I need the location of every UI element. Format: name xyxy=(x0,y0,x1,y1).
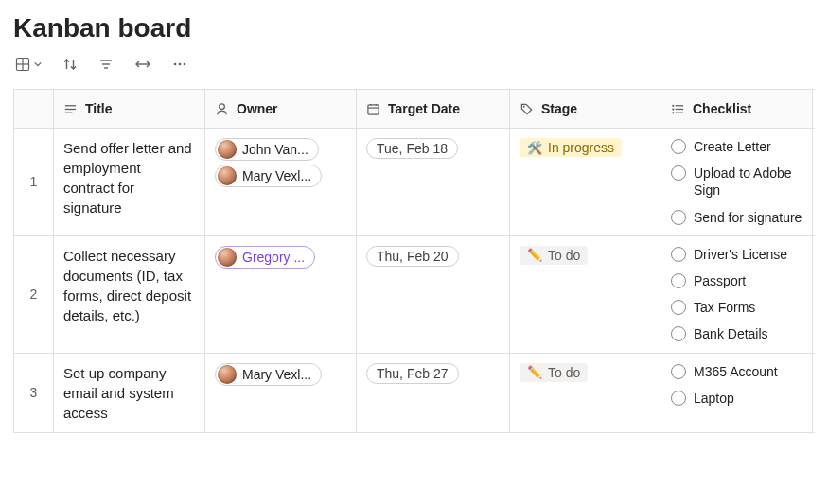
owner-name: Mary Vexl... xyxy=(242,168,311,183)
cell-title[interactable]: Set up company email and system access xyxy=(54,354,205,432)
svg-point-9 xyxy=(174,63,177,66)
filter-button[interactable] xyxy=(98,57,114,72)
checklist-item-label: Tax Forms xyxy=(694,299,755,316)
cell-title[interactable]: Collect necessary documents (ID, tax for… xyxy=(54,236,205,353)
cell-target-date[interactable]: Thu, Feb 20 xyxy=(357,236,510,353)
checklist-item[interactable]: Laptop xyxy=(671,390,802,407)
cell-target-date[interactable]: Tue, Feb 18 xyxy=(357,129,510,235)
header-owner[interactable]: Owner xyxy=(205,90,357,128)
stage-label: To do xyxy=(548,248,580,263)
checklist-item-label: Driver's License xyxy=(694,246,787,263)
checklist-item[interactable]: Driver's License xyxy=(671,246,802,263)
sort-icon xyxy=(62,57,78,72)
checklist-item[interactable]: Tax Forms xyxy=(671,299,802,316)
checklist-item[interactable]: M365 Account xyxy=(671,363,802,380)
grid-icon xyxy=(15,57,30,72)
circle-icon[interactable] xyxy=(671,247,686,262)
circle-icon[interactable] xyxy=(671,300,686,315)
header-target-date[interactable]: Target Date xyxy=(357,90,510,128)
cell-title[interactable]: Send offer letter and employment contrac… xyxy=(54,129,205,235)
calendar-icon xyxy=(366,102,380,116)
checklist-item-label: Bank Details xyxy=(694,325,768,342)
tools-icon: 🛠️ xyxy=(527,141,542,155)
owner-chip[interactable]: Mary Vexl... xyxy=(215,363,322,386)
circle-icon[interactable] xyxy=(671,210,686,225)
cell-stage[interactable]: ✏️To do xyxy=(510,354,661,432)
table-row[interactable]: 3Set up company email and system accessM… xyxy=(14,354,815,433)
circle-icon[interactable] xyxy=(671,326,686,341)
stage-chip[interactable]: 🛠️In progress xyxy=(520,138,622,157)
owner-chip[interactable]: Mary Vexl... xyxy=(215,165,322,187)
sort-button[interactable] xyxy=(62,57,78,72)
circle-icon[interactable] xyxy=(671,364,686,379)
checklist-item[interactable]: Passport xyxy=(671,272,802,289)
header-stage[interactable]: Stage xyxy=(510,90,661,128)
cell-checklist[interactable]: Create LetterUpload to Adobe SignSend fo… xyxy=(661,129,813,235)
checklist-item-label: Send for signature xyxy=(694,209,802,226)
ellipsis-icon xyxy=(172,57,187,72)
date-chip[interactable]: Thu, Feb 20 xyxy=(366,246,459,267)
checklist-item-label: M365 Account xyxy=(694,363,778,380)
cell-owner[interactable]: Mary Vexl... xyxy=(205,354,357,432)
checklist-item[interactable]: Send for signature xyxy=(671,209,802,226)
tag-icon xyxy=(520,102,534,116)
owner-name: Gregory ... xyxy=(242,250,305,265)
header-owner-label: Owner xyxy=(237,101,278,116)
stage-chip[interactable]: ✏️To do xyxy=(520,363,588,382)
checklist-item[interactable]: Upload to Adobe Sign xyxy=(671,165,802,199)
checklist-item-label: Laptop xyxy=(694,390,734,407)
pencil-icon: ✏️ xyxy=(527,248,542,262)
date-chip[interactable]: Tue, Feb 18 xyxy=(366,138,458,159)
row-number: 2 xyxy=(14,236,54,353)
svg-point-11 xyxy=(184,63,186,66)
owner-name: John Van... xyxy=(242,142,308,157)
pencil-icon: ✏️ xyxy=(527,365,542,379)
header-stage-label: Stage xyxy=(541,101,577,116)
circle-icon[interactable] xyxy=(671,165,686,181)
svg-point-10 xyxy=(179,63,182,66)
table-header-row: Title Owner Target Date Stage Checklist xyxy=(14,90,815,129)
header-checklist-label: Checklist xyxy=(693,101,751,116)
svg-point-20 xyxy=(523,105,525,107)
column-width-button[interactable] xyxy=(134,58,151,71)
circle-icon[interactable] xyxy=(671,391,686,406)
cell-checklist[interactable]: M365 AccountLaptop xyxy=(661,354,813,432)
table-row[interactable]: 2Collect necessary documents (ID, tax fo… xyxy=(14,236,815,354)
header-title-label: Title xyxy=(85,101,113,116)
svg-point-25 xyxy=(673,109,674,110)
owner-chip[interactable]: John Van... xyxy=(215,138,319,161)
avatar xyxy=(218,365,237,384)
cell-owner[interactable]: John Van...Mary Vexl... xyxy=(205,129,357,235)
header-checklist[interactable]: Checklist xyxy=(661,90,813,128)
header-title[interactable]: Title xyxy=(54,90,205,128)
circle-icon[interactable] xyxy=(671,273,686,288)
task-title: Set up company email and system access xyxy=(63,363,195,423)
owner-chip[interactable]: Gregory ... xyxy=(215,246,315,269)
cell-target-date[interactable]: Thu, Feb 27 xyxy=(357,354,510,432)
cell-checklist[interactable]: Driver's LicensePassportTax FormsBank De… xyxy=(661,236,813,353)
checklist-item[interactable]: Create Letter xyxy=(671,138,802,155)
resize-horizontal-icon xyxy=(134,58,151,71)
cell-owner[interactable]: Gregory ... xyxy=(205,236,357,353)
text-icon xyxy=(63,102,78,116)
svg-point-15 xyxy=(220,103,225,109)
checklist-item-label: Create Letter xyxy=(694,138,771,155)
svg-point-24 xyxy=(673,105,674,106)
avatar xyxy=(218,248,237,267)
stage-chip[interactable]: ✏️To do xyxy=(520,246,588,265)
checklist-item-label: Passport xyxy=(694,272,746,289)
header-rownum xyxy=(14,90,54,128)
table-row[interactable]: 1Send offer letter and employment contra… xyxy=(14,129,815,236)
view-toolbar xyxy=(13,53,815,89)
page-title: Kanban board xyxy=(13,13,815,43)
header-date-label: Target Date xyxy=(388,101,460,116)
date-chip[interactable]: Thu, Feb 27 xyxy=(366,363,459,384)
cell-stage[interactable]: 🛠️In progress xyxy=(510,129,661,235)
avatar xyxy=(218,166,237,185)
cell-stage[interactable]: ✏️To do xyxy=(510,236,661,353)
circle-icon[interactable] xyxy=(671,139,686,154)
more-options-button[interactable] xyxy=(172,57,187,72)
checklist-item[interactable]: Bank Details xyxy=(671,325,802,342)
filter-icon xyxy=(98,57,114,72)
layout-switcher[interactable] xyxy=(15,57,42,72)
